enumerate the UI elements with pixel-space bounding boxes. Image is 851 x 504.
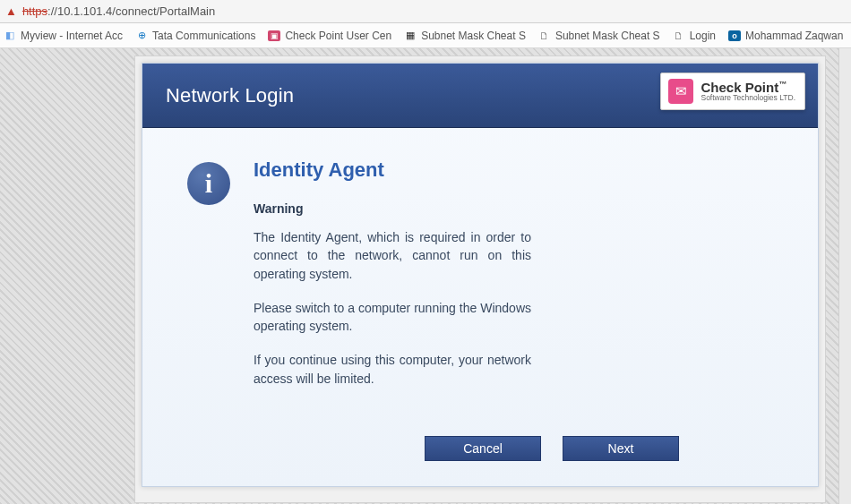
brand-text: Check Point™ Software Technologies LTD. bbox=[701, 81, 795, 103]
page-icon: 🗋 bbox=[673, 30, 685, 42]
url-scheme: https bbox=[22, 4, 47, 18]
page-icon: 🗋 bbox=[538, 30, 551, 42]
grid-icon: ▦ bbox=[404, 30, 417, 42]
page-title: Network Login bbox=[166, 84, 294, 107]
bookmark-label: Subnet Mask Cheat S bbox=[421, 30, 526, 42]
bookmark-icon: ◧ bbox=[4, 30, 16, 42]
content-area: i Identity Agent Warning The Identity Ag… bbox=[142, 128, 818, 431]
scrollbar[interactable] bbox=[838, 48, 851, 504]
globe-icon: ⊕ bbox=[135, 30, 148, 42]
brand-tm: ™ bbox=[778, 80, 787, 89]
outlook-icon: o bbox=[728, 30, 741, 41]
message-title: Identity Agent bbox=[254, 158, 531, 182]
bookmark-tata[interactable]: ⊕ Tata Communications bbox=[135, 30, 255, 42]
checkpoint-logo-icon: ✉ bbox=[668, 79, 693, 104]
cancel-button[interactable]: Cancel bbox=[425, 436, 541, 461]
page-content: Network Login ✉ Check Point™ Software Te… bbox=[0, 48, 851, 504]
message-paragraph: The Identity Agent, which is required in… bbox=[254, 228, 531, 283]
bookmark-label: Login bbox=[690, 30, 716, 42]
button-row: Cancel Next bbox=[286, 431, 818, 486]
bookmark-myview[interactable]: ◧ Myview - Internet Acc bbox=[4, 30, 123, 42]
brand-box: ✉ Check Point™ Software Technologies LTD… bbox=[660, 73, 805, 110]
message-paragraph: If you continue using this computer, you… bbox=[254, 351, 531, 388]
not-secure-icon: ▲ bbox=[5, 4, 17, 18]
url-rest: ://10.1.101.4/connect/PortalMain bbox=[47, 4, 215, 18]
bookmark-checkpoint[interactable]: ▣ Check Point User Cen bbox=[268, 30, 391, 42]
bookmark-label: Myview - Internet Acc bbox=[21, 30, 123, 42]
bookmarks-bar: ◧ Myview - Internet Acc ⊕ Tata Communica… bbox=[0, 23, 851, 48]
message-column: Identity Agent Warning The Identity Agen… bbox=[254, 158, 531, 404]
login-card: Network Login ✉ Check Point™ Software Te… bbox=[142, 63, 819, 487]
banner: Network Login ✉ Check Point™ Software Te… bbox=[142, 64, 818, 128]
bookmark-login[interactable]: 🗋 Login bbox=[673, 30, 716, 42]
next-button[interactable]: Next bbox=[563, 436, 679, 461]
bookmark-label: Tata Communications bbox=[152, 30, 255, 42]
bookmark-label: Subnet Mask Cheat S bbox=[555, 30, 660, 42]
message-subtitle: Warning bbox=[254, 201, 531, 216]
bookmark-subnet1[interactable]: ▦ Subnet Mask Cheat S bbox=[404, 30, 526, 42]
bookmark-label: Mohammad Zaqwan bbox=[745, 30, 843, 42]
bookmark-subnet2[interactable]: 🗋 Subnet Mask Cheat S bbox=[538, 30, 660, 42]
message-paragraph: Please switch to a computer running the … bbox=[254, 299, 531, 336]
address-bar[interactable]: ▲ https ://10.1.101.4/connect/PortalMain bbox=[0, 0, 851, 23]
cp-icon: ▣ bbox=[268, 30, 280, 41]
info-icon: i bbox=[187, 162, 230, 205]
bookmark-label: Check Point User Cen bbox=[285, 30, 391, 42]
brand-sub: Software Technologies LTD. bbox=[701, 94, 795, 102]
bookmark-mohammad[interactable]: o Mohammad Zaqwan bbox=[728, 30, 843, 42]
brand-name: Check Point bbox=[701, 80, 778, 95]
